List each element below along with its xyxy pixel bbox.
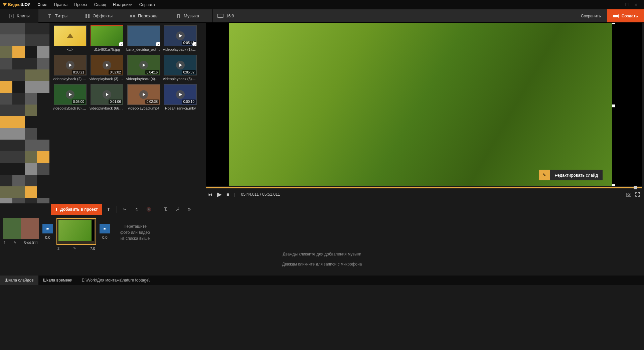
fullscreen-button[interactable] [635,192,640,197]
clip-item-9[interactable]: 0:01:06videoplayback (666).mp4 [90,84,124,110]
play-icon [103,61,111,69]
slides-scale-tab[interactable]: Шкала слайдов [0,276,38,285]
logo-text-1: Видео [8,2,21,7]
clip-item-0[interactable]: <..> [53,25,88,51]
mute-button[interactable]: 🔇 [144,204,154,215]
clip-name: videoplayback (666).mp4 [90,106,124,110]
preview-panel: ✎ Редактировать слайд ⏮ ▶ ■ | 05:44.011 … [204,23,644,203]
aspect-ratio-label: 16:9 [226,14,234,18]
snapshot-button[interactable] [626,192,631,197]
clip-name: videoplayback.mp4 [126,106,161,110]
monitor-icon [217,14,223,18]
transition-0[interactable]: ➽0.0 [42,218,53,246]
play-button[interactable]: ▶ [217,191,222,198]
main-area: <..>✓d1b4631a75.jpg✓Larix_decidua_autumn… [0,23,644,203]
video-camera-icon [613,14,619,18]
logo-icon [3,3,7,6]
timeline-slide-1[interactable]: 1✎5:44.011 [3,218,39,246]
check-icon: ✓ [156,42,160,46]
drop-hint: Перетащитефото или видеоиз списка выше [114,218,157,246]
rotate-button[interactable]: ↻ [132,204,142,215]
clip-item-5[interactable]: 0:02:02videoplayback (3).mp4 [90,55,124,81]
audio-track[interactable]: Дважды кликните для добавления музыки [0,249,644,259]
svg-rect-11 [613,15,617,17]
check-icon: ✓ [192,42,197,46]
tab-icon [47,13,52,19]
time-scale-tab[interactable]: Шкала времени [38,276,77,285]
skip-back-button[interactable]: ⏮ [208,192,212,197]
edit-icon[interactable]: ✎ [73,246,76,250]
clip-item-7[interactable]: 0:05:32videoplayback (5).mp4 [163,55,198,81]
menu-проект[interactable]: Проект [71,2,91,7]
clip-item-4[interactable]: 0:03:21videoplayback (2).mp4 [53,55,88,81]
save-button[interactable]: Сохранить [575,9,607,22]
seek-bar[interactable] [206,187,642,188]
mic-track[interactable]: Дважды кликните для записи с микрофона [0,259,644,269]
clip-item-10[interactable]: 0:02:38videoplayback.mp4 [126,84,161,110]
clip-name: d1b4631a75.jpg [90,47,124,51]
effects-tool-button[interactable] [172,204,183,215]
pencil-icon: ✎ [543,173,546,177]
tab-3[interactable]: Переходы [121,9,167,23]
create-button[interactable]: Создать [607,9,644,22]
tab-1[interactable]: Титры [38,9,76,23]
menu-файл[interactable]: Файл [34,2,51,7]
preview-viewport[interactable]: ✎ Редактировать слайд [206,23,642,186]
svg-rect-2 [88,14,90,16]
close-button[interactable]: ✕ [633,2,639,7]
clip-item-1[interactable]: ✓d1b4631a75.jpg [90,25,124,51]
edit-icon[interactable]: ✎ [13,240,16,245]
svg-rect-6 [133,15,135,17]
svg-rect-1 [86,14,87,16]
clip-name: videoplayback (6).mp4 [53,106,88,110]
menu-правка[interactable]: Правка [51,2,71,7]
seek-handle[interactable] [634,186,637,189]
edit-slide-button[interactable]: ✎ Редактировать слайд [539,170,603,180]
text-tool-button[interactable] [160,204,171,215]
clip-item-8[interactable]: 0:05:00videoplayback (6).mp4 [53,84,88,110]
play-icon [66,90,74,99]
duration-badge: 0:02:02 [109,70,122,74]
clip-item-3[interactable]: 0:05:45✓videoplayback (1).mp4 [163,25,198,51]
play-icon [103,90,111,99]
svg-rect-9 [218,14,223,17]
clip-item-11[interactable]: 0:00:10Новая запись.mkv [163,84,198,110]
stop-button[interactable]: ■ [226,192,229,197]
folder-tree-sidebar[interactable] [0,23,49,203]
svg-point-7 [177,17,178,18]
settings-button[interactable]: ⚙ [184,204,195,215]
folder-up-icon [67,33,73,38]
tab-icon [176,13,181,19]
logo-text-2: ШОУ [21,2,30,7]
minimize-button[interactable]: ─ [615,2,620,7]
aspect-ratio-selector[interactable]: 16:9 [212,9,238,22]
svg-rect-5 [130,15,132,17]
clip-item-2[interactable]: ✓Larix_decidua_autumn... [126,25,161,51]
menu-настройки[interactable]: Настройки [110,2,136,7]
player-controls: ⏮ ▶ ■ | 05:44.011 / 05:51.011 [206,188,642,200]
play-icon [66,61,74,69]
tab-icon [85,13,90,19]
transition-1[interactable]: ➽0.0 [100,218,110,246]
play-icon [176,90,185,99]
play-icon [139,61,148,69]
clip-item-6[interactable]: 0:04:16videoplayback (4).mp4 [126,55,161,81]
clip-name: <..> [53,47,88,51]
move-up-button[interactable]: ⬆ [103,204,114,215]
timeline-slide-2[interactable]: 2✎7.0 [56,218,96,246]
maximize-button[interactable]: ❐ [624,2,629,7]
play-icon [176,61,185,69]
bottom-tabs: Шкала слайдов Шкала времени E:\Work\Для … [0,276,644,285]
duration-badge: 0:05:00 [72,100,86,104]
duration-badge: 0:00:10 [182,100,196,104]
duration-badge: 0:01:06 [109,100,122,104]
top-toolbar: КлипыТитрыЭффектыПереходыМузыка 16:9 Сох… [0,9,644,23]
menu-справка[interactable]: Справка [136,2,158,7]
add-to-project-button[interactable]: ⬇ Добавить в проект [51,204,102,215]
tab-2[interactable]: Эффекты [76,9,121,23]
tab-0[interactable]: Клипы [0,9,38,23]
timeline-area: 1✎5:44.011➽0.02✎7.0➽0.0Перетащитефото ил… [0,215,644,249]
menu-слайд[interactable]: Слайд [91,2,110,7]
tab-4[interactable]: Музыка [167,9,208,23]
cut-button[interactable]: ✂ [120,204,130,215]
